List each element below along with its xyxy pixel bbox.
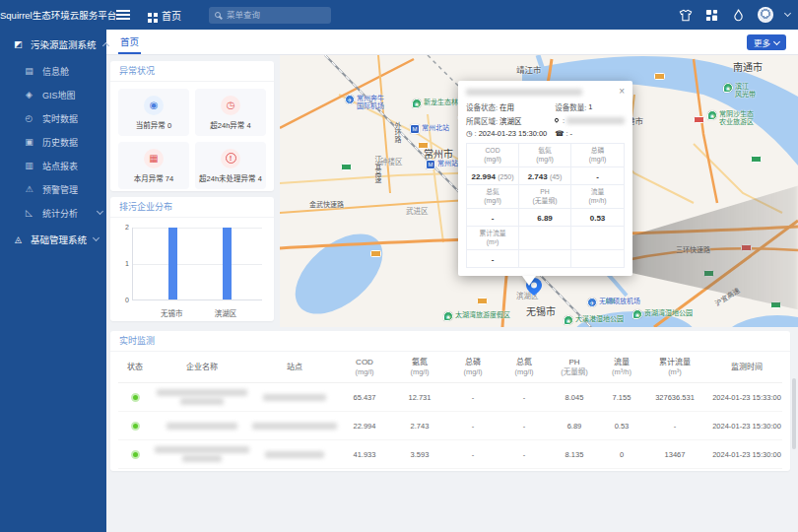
sidebar-item-历史数据[interactable]: ▣历史数据 <box>0 130 106 154</box>
map-poi-无锡硕放机场[interactable]: ✈无锡硕放机场 <box>587 298 640 307</box>
layout-widgets-icon[interactable] <box>704 8 719 23</box>
abnormal-card-label: 本月异常 74 <box>134 172 173 183</box>
park-poi-icon: ❀ <box>707 110 717 120</box>
popup-info-label: 设备数量: <box>555 101 586 112</box>
skin-theme-icon[interactable] <box>678 8 693 23</box>
tab-home[interactable]: 首页 <box>118 30 141 54</box>
sidebar-collapse-icon[interactable] <box>116 14 130 16</box>
history-data-icon: ▣ <box>24 137 34 147</box>
user-avatar[interactable] <box>758 7 773 23</box>
sidebar-item-信息舱[interactable]: ▤信息舱 <box>0 59 106 83</box>
chart-bar-滨湖区[interactable] <box>223 228 232 299</box>
menu-search-input[interactable] <box>225 9 325 21</box>
map-poi-label: 常州北站 <box>422 124 449 132</box>
map-label-常州市: 常州市 <box>424 146 453 161</box>
airport-poi-icon: ✈ <box>345 95 355 104</box>
table-row-1[interactable]: 22.9942.743--6.890.53-2024-01-23 15:30:0… <box>118 412 782 440</box>
sidebar-item-实时数据[interactable]: ◴实时数据 <box>0 106 106 130</box>
column-header-监测时间: 监测时间 <box>705 363 788 372</box>
park-poi-icon: ❀ <box>412 99 422 108</box>
map-poi-大溪港湿地公园[interactable]: ❀大溪港湿地公园 <box>564 315 624 325</box>
abnormal-card-label: 超24h异常 4 <box>210 119 250 130</box>
chevron-down-icon <box>773 37 780 44</box>
abnormal-card-1[interactable]: ◷超24h异常 4 <box>195 89 266 136</box>
abnormal-card-label: 超24h未处理异常 4 <box>199 172 262 183</box>
map-poi-常阴沙生态[interactable]: ❀常阴沙生态农业旅游区 <box>707 110 754 126</box>
table-row-2[interactable]: 41.9333.593--8.1350134672024-01-23 15:30… <box>118 440 782 469</box>
siren-icon: ◉ <box>144 96 164 115</box>
table-cell: 3.593 <box>392 450 447 459</box>
table-row-0[interactable]: 65.43712.731--8.0457.155327636.5312024-0… <box>118 383 782 412</box>
column-header-总磷: 总磷(mg/l) <box>447 358 499 376</box>
popup-metric-value: 0.53 <box>571 209 624 227</box>
map-poi-常州站[interactable]: M常州站 <box>426 160 458 169</box>
sidebar-item-GIS地图[interactable]: ◈GIS地图 <box>0 83 106 106</box>
sidebar-item-预警管理[interactable]: ⚠预警管理 <box>0 177 106 201</box>
popup-info-value: 滨湖区 <box>499 115 522 126</box>
table-cell <box>252 394 337 401</box>
map-poi-label: 太湖湾旅游度假区 <box>455 311 510 319</box>
popup-info-row-0: 设备状态:在用 <box>466 101 555 112</box>
gis-map[interactable]: × 设备状态:在用设备数量:1所属区域:滨湖区:◷:2024-01-23 15:… <box>280 55 798 327</box>
abnormal-card-0[interactable]: ◉当前异常 0 <box>118 89 189 136</box>
realtime-data-icon: ◴ <box>24 113 34 123</box>
table-cell <box>252 423 337 430</box>
map-poi-新龙生态林[interactable]: ❀新龙生态林 <box>412 99 458 108</box>
sidebar-item-label: 预警管理 <box>42 183 106 196</box>
redacted-line <box>157 389 247 396</box>
sidebar: ◩污染源监测系统▤信息舱◈GIS地图◴实时数据▣历史数据▥站点报表⚠预警管理◺统… <box>0 30 106 532</box>
table-cell: - <box>644 422 705 431</box>
flame-icon[interactable] <box>731 8 746 23</box>
calendar-icon: ▦ <box>144 149 164 168</box>
company-name-redacted <box>152 389 252 405</box>
chart-ytick: 2 <box>118 224 129 231</box>
map-poi-滨江[interactable]: ❀滨江风光带 <box>723 83 756 99</box>
redacted-line <box>155 446 249 453</box>
column-header-流量: 流量(m³/h) <box>599 358 644 376</box>
popup-info-row-3: : <box>555 115 625 126</box>
popup-metric-name: 总氮(mg/l) <box>467 185 519 209</box>
road-shield <box>694 116 704 123</box>
breadcrumb-home[interactable]: 首页 <box>148 8 181 23</box>
table-cell <box>252 451 337 458</box>
popup-metric-name: 流量(m³/h) <box>571 185 624 209</box>
table-cell: - <box>499 393 550 402</box>
monitor-panel-title: 实时监测 <box>110 331 790 352</box>
gis-map-icon: ◈ <box>24 90 34 100</box>
popup-close-icon[interactable]: × <box>619 88 625 96</box>
dashboard-icon: ▤ <box>24 66 34 76</box>
abnormal-card-2[interactable]: ▦本月异常 74 <box>118 142 189 189</box>
map-poi-常州奔牛[interactable]: ✈常州奔牛国际机场 <box>345 95 384 110</box>
chevron-down-icon[interactable] <box>784 10 791 17</box>
popup-metrics-table: COD(mg/l)氨氮(mg/l)总磷(mg/l)22.994 (250)2.7… <box>466 143 625 268</box>
map-poi-贡湖湾湿地公园[interactable]: ❀贡湖湾湿地公园 <box>632 309 693 319</box>
brand-logo: Squirrel生态环境云服务平台 <box>0 8 106 22</box>
chart-bar-无锡市[interactable] <box>168 228 177 299</box>
table-cell: 2024-01-23 15:30:00 <box>705 422 788 431</box>
popup-title-redacted <box>466 89 582 96</box>
popup-metric-value: 2.743 (45) <box>519 167 571 185</box>
menu-search-box[interactable] <box>209 7 331 24</box>
sidebar-group-1[interactable]: ◬基础管理系统 <box>0 225 106 254</box>
more-button[interactable]: 更多 <box>747 34 786 50</box>
redacted-line <box>265 451 324 458</box>
table-cell <box>152 423 252 430</box>
table-cell: 6.89 <box>550 422 599 431</box>
table-cell: 8.135 <box>550 450 599 459</box>
sidebar-item-站点报表[interactable]: ▥站点报表 <box>0 154 106 177</box>
page-scrollbar-thumb[interactable] <box>792 378 796 449</box>
map-poi-常州北站[interactable]: M常州北站 <box>410 124 449 134</box>
redacted-line <box>166 423 237 430</box>
sidebar-group-label: 基础管理系统 <box>31 233 87 246</box>
popup-info-label: : <box>563 116 565 125</box>
chart-gridline <box>133 228 262 229</box>
realtime-monitor-panel: 实时监测 状态企业名称站点COD(mg/l)氨氮(mg/l)总磷(mg/l)总氮… <box>110 331 790 471</box>
sidebar-group-0[interactable]: ◩污染源监测系统 <box>0 30 106 59</box>
abnormal-panel: 异常状况 ◉当前异常 0◷超24h异常 4▦本月异常 74!超24h未处理异常 … <box>110 61 274 191</box>
abnormal-card-3[interactable]: !超24h未处理异常 4 <box>195 142 266 189</box>
sidebar-item-统计分析[interactable]: ◺统计分析 <box>0 201 106 225</box>
park-poi-icon: ❀ <box>564 315 573 325</box>
column-header-企业名称: 企业名称 <box>152 363 252 372</box>
map-poi-太湖湾旅游度假区[interactable]: ❀太湖湾旅游度假区 <box>443 311 510 321</box>
column-header-COD: COD(mg/l) <box>337 358 392 376</box>
